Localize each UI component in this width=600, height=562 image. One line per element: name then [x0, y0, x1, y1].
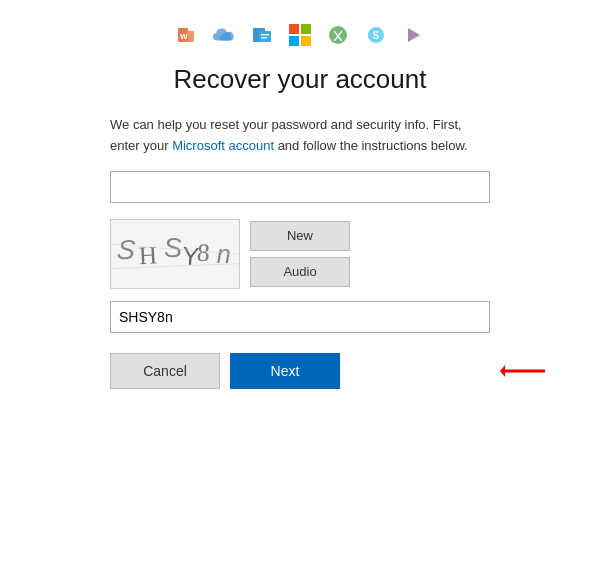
microsoft-logo: [289, 24, 311, 46]
svg-rect-4: [259, 31, 271, 42]
main-content: We can help you reset your password and …: [110, 115, 490, 389]
svg-text:W: W: [180, 32, 188, 41]
new-captcha-button[interactable]: New: [250, 221, 350, 251]
svg-text:S: S: [163, 232, 183, 263]
captcha-buttons: New Audio: [250, 221, 350, 287]
onedrive-icon: [213, 24, 235, 46]
email-input[interactable]: [110, 171, 490, 203]
captcha-image: S H S Y 8 n: [110, 219, 240, 289]
svg-marker-9: [408, 28, 420, 42]
stream-icon: [403, 24, 425, 46]
page-title: Recover your account: [174, 64, 427, 95]
captcha-row: S H S Y 8 n New Audio: [110, 219, 490, 289]
svg-rect-6: [261, 37, 267, 39]
audio-captcha-button[interactable]: Audio: [250, 257, 350, 287]
next-button[interactable]: Next: [230, 353, 340, 389]
svg-text:S: S: [116, 233, 137, 264]
svg-point-7: [329, 26, 347, 44]
office-icon: W: [175, 24, 197, 46]
captcha-input[interactable]: [110, 301, 490, 333]
cancel-button[interactable]: Cancel: [110, 353, 220, 389]
outlook-icon: [251, 24, 273, 46]
svg-marker-20: [500, 365, 505, 377]
description-text: We can help you reset your password and …: [110, 115, 490, 157]
svg-text:S: S: [373, 30, 380, 41]
arrow-indicator: [500, 359, 550, 383]
skype-icon: S: [365, 24, 387, 46]
bottom-row: Cancel Next: [110, 353, 490, 389]
xbox-icon: [327, 24, 349, 46]
svg-text:H: H: [138, 240, 158, 269]
svg-text:n: n: [217, 239, 231, 267]
product-icons: W S: [175, 24, 425, 46]
microsoft-account-link[interactable]: Microsoft account: [172, 138, 274, 153]
svg-rect-5: [261, 34, 269, 36]
